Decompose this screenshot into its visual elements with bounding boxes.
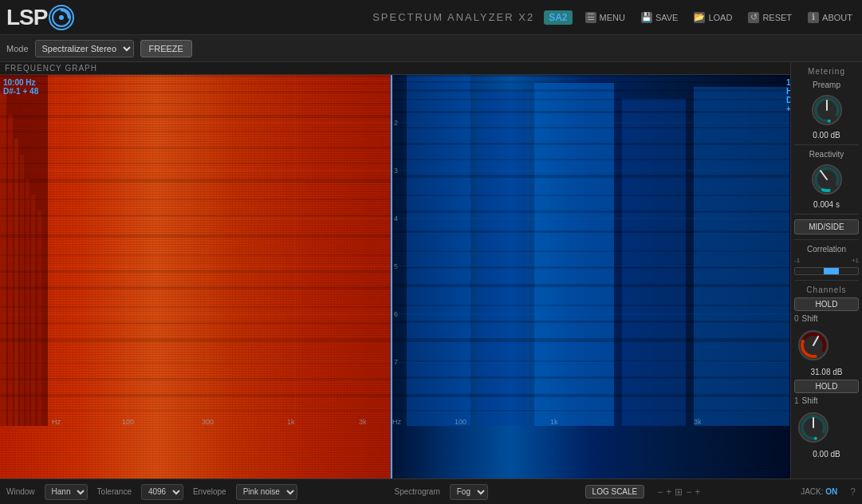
reset-icon: ↺ bbox=[748, 12, 759, 23]
log-scale-button[interactable]: LOG SCALE bbox=[585, 485, 645, 498]
correlation-meter bbox=[794, 267, 859, 275]
svg-rect-23 bbox=[0, 103, 391, 104]
svg-text:6: 6 bbox=[394, 310, 398, 318]
svg-rect-71 bbox=[391, 159, 790, 160]
svg-rect-21 bbox=[0, 83, 391, 85]
svg-rect-80 bbox=[391, 321, 790, 323]
window-label: Window bbox=[6, 487, 35, 496]
mode-select[interactable]: Spectralizer Stereo bbox=[35, 40, 134, 57]
svg-rect-36 bbox=[0, 322, 391, 325]
graph-container: FREQUENCY GRAPH bbox=[0, 62, 790, 478]
mid-side-button[interactable]: MID/SIDE bbox=[794, 219, 859, 234]
hold-button-1[interactable]: HOLD bbox=[794, 297, 859, 311]
save-button[interactable]: 💾 SAVE bbox=[638, 10, 682, 25]
svg-text:1k: 1k bbox=[287, 418, 295, 426]
divider-4 bbox=[794, 280, 859, 281]
minus-icon[interactable]: − bbox=[657, 486, 663, 498]
svg-rect-32 bbox=[0, 254, 391, 256]
svg-rect-16 bbox=[20, 155, 24, 426]
logo: LSP bbox=[6, 5, 74, 30]
svg-text:Hz: Hz bbox=[52, 418, 61, 426]
jack-status: JACK: ON bbox=[801, 487, 837, 496]
window-select[interactable]: Hann bbox=[45, 484, 88, 500]
spectrogram-label: Spectrogram bbox=[394, 487, 439, 496]
svg-rect-30 bbox=[0, 215, 391, 217]
svg-rect-13 bbox=[0, 91, 6, 426]
svg-rect-65 bbox=[391, 81, 790, 83]
svg-text:300: 300 bbox=[202, 418, 214, 426]
svg-rect-28 bbox=[0, 179, 391, 183]
spectrogram-select[interactable]: Fog bbox=[450, 484, 488, 500]
channel-row-1: 0 Shift bbox=[794, 314, 859, 323]
right-spectrogram: 2 3 4 5 6 7 bbox=[391, 75, 790, 478]
channel-1-knob[interactable] bbox=[794, 326, 832, 364]
svg-rect-39 bbox=[0, 378, 391, 380]
svg-rect-26 bbox=[0, 147, 391, 149]
svg-rect-18 bbox=[31, 195, 35, 426]
reset-button[interactable]: ↺ RESET bbox=[745, 10, 795, 25]
load-button[interactable]: 📂 LOAD bbox=[691, 10, 735, 25]
svg-text:100: 100 bbox=[455, 418, 466, 426]
svg-rect-61 bbox=[534, 83, 614, 426]
about-icon: ℹ bbox=[808, 12, 819, 23]
svg-rect-34 bbox=[0, 286, 391, 289]
about-button[interactable]: ℹ ABOUT bbox=[805, 10, 856, 25]
menu-button[interactable]: ☰ MENU bbox=[582, 10, 628, 25]
envelope-select[interactable]: Pink noise bbox=[236, 484, 297, 500]
plus2-icon[interactable]: + bbox=[695, 486, 700, 498]
svg-text:Hz: Hz bbox=[392, 418, 401, 426]
grid-icon[interactable]: ⊞ bbox=[675, 486, 683, 498]
svg-rect-82 bbox=[391, 360, 790, 362]
channel-1-value: 31.08 dB bbox=[794, 368, 859, 376]
svg-rect-27 bbox=[0, 163, 391, 164]
svg-point-1 bbox=[59, 15, 64, 20]
reactivity-knob-container: Reactivity 0.004 s bbox=[794, 150, 859, 209]
svg-rect-69 bbox=[391, 127, 790, 128]
toolbar: Mode Spectralizer Stereo FREEZE bbox=[0, 35, 862, 62]
reactivity-value: 0.004 s bbox=[813, 200, 840, 209]
svg-text:1k: 1k bbox=[550, 418, 558, 426]
cursor-freq-left: 10:00 Hz D#-1 + 48 bbox=[3, 78, 38, 96]
correlation-label: Correlation bbox=[794, 245, 859, 254]
channel-num-1: 0 bbox=[794, 314, 799, 323]
tolerance-select[interactable]: 4096 bbox=[141, 484, 183, 500]
svg-rect-75 bbox=[391, 230, 790, 233]
reactivity-knob[interactable] bbox=[808, 160, 846, 199]
svg-text:3k: 3k bbox=[359, 418, 367, 426]
frequency-graph[interactable]: Hz 100 300 1k 3k 10:00 Hz D#-1 + 48 bbox=[0, 75, 790, 478]
blue-spectrum-svg: 2 3 4 5 6 7 bbox=[391, 75, 790, 478]
svg-rect-24 bbox=[0, 115, 391, 118]
svg-rect-68 bbox=[391, 111, 790, 113]
svg-rect-25 bbox=[0, 131, 391, 132]
svg-rect-77 bbox=[391, 266, 790, 269]
reactivity-label: Reactivity bbox=[809, 150, 844, 159]
cursor-line bbox=[391, 75, 392, 478]
svg-rect-35 bbox=[0, 306, 391, 308]
app-title: SPECTRUM ANALYZER X2 bbox=[372, 11, 534, 23]
svg-rect-74 bbox=[391, 211, 790, 213]
correlation-ticks: -1 +1 bbox=[794, 257, 859, 264]
channel-2-knob[interactable] bbox=[794, 408, 832, 447]
svg-rect-19 bbox=[37, 211, 41, 426]
question-icon[interactable]: ? bbox=[850, 486, 856, 498]
channel-num-2: 1 bbox=[794, 396, 799, 405]
svg-rect-20 bbox=[0, 75, 391, 77]
menu-icon: ☰ bbox=[585, 12, 596, 23]
app-header: LSP SPECTRUM ANALYZER X2 SA2 ☰ MENU 💾 SA… bbox=[0, 0, 862, 35]
left-spectrogram: Hz 100 300 1k 3k 10:00 Hz D#-1 + 48 bbox=[0, 75, 391, 478]
preamp-value: 0.00 dB bbox=[813, 131, 840, 140]
preamp-knob[interactable] bbox=[808, 91, 846, 129]
freeze-button[interactable]: FREEZE bbox=[140, 40, 192, 57]
minus2-icon[interactable]: − bbox=[686, 486, 691, 498]
svg-rect-37 bbox=[0, 338, 391, 342]
divider-3 bbox=[794, 239, 859, 240]
header-right: SPECTRUM ANALYZER X2 SA2 ☰ MENU 💾 SAVE 📂… bbox=[372, 10, 856, 25]
svg-rect-60 bbox=[478, 91, 526, 426]
svg-rect-81 bbox=[391, 338, 790, 342]
plus-icon[interactable]: + bbox=[666, 486, 671, 498]
divider-1 bbox=[794, 144, 859, 145]
shift-label-1: Shift bbox=[802, 314, 818, 323]
hold-button-2[interactable]: HOLD bbox=[794, 380, 859, 393]
svg-text:3: 3 bbox=[394, 167, 398, 175]
divider-2 bbox=[794, 214, 859, 215]
